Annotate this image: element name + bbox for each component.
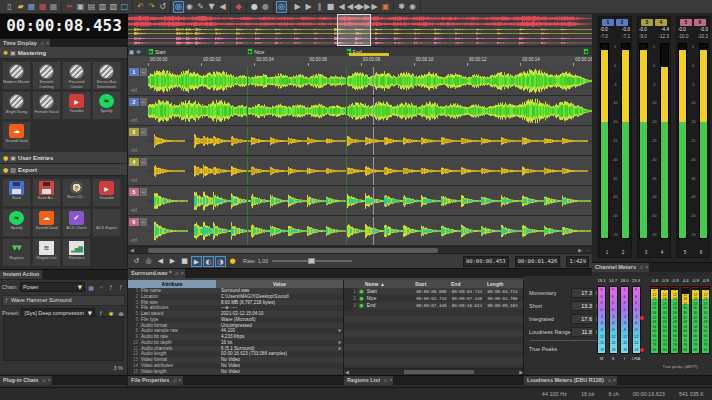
column-length[interactable]: Length — [487, 280, 523, 288]
export-burn-cd[interactable]: ●Burn CD... — [62, 178, 91, 207]
close-icon[interactable]: × — [178, 376, 183, 385]
close-icon[interactable]: × — [180, 269, 185, 278]
next-marker-icon[interactable]: ▶ — [167, 256, 178, 267]
tab-instant-action[interactable]: Instant Action — [0, 270, 42, 279]
monitor-icon[interactable]: ◎ — [276, 1, 287, 13]
save-icon[interactable]: ▦ — [26, 2, 37, 12]
region-row[interactable]: 1●Start00:00:00.00000:00:03.73300:00:03.… — [344, 288, 523, 295]
redo-icon[interactable]: ↷ — [146, 2, 157, 12]
fx-icon[interactable]: ƒ — [107, 284, 115, 290]
save-chain-icon[interactable]: ▦ — [87, 284, 95, 291]
preset-soundcloud[interactable]: ☁SoundCloud — [2, 121, 31, 150]
record-icon[interactable]: ● — [249, 2, 260, 12]
export-region-list[interactable]: ≡Region List — [32, 238, 61, 267]
stop-icon[interactable]: ■ — [179, 256, 190, 267]
marker-end-of-file[interactable]: ◀ — [583, 48, 589, 55]
mute-icon[interactable]: – — [140, 68, 147, 76]
marker-flag-icon[interactable]: ◀ — [583, 48, 589, 55]
tab-regions-list[interactable]: Regions List — [344, 376, 383, 385]
pencil-icon[interactable]: ✎ — [195, 2, 206, 12]
rewind-icon[interactable]: ◀◀ — [347, 2, 358, 12]
export-youtube[interactable]: ▶Youtube — [92, 178, 121, 207]
play-selection-icon[interactable]: ▶ — [303, 2, 314, 12]
preset-modern-master[interactable]: Modern Master — [2, 61, 31, 90]
zoom-tool-icon[interactable]: ◎ — [173, 1, 184, 13]
preset-smooth-limiting[interactable]: Smooth Limiting — [32, 61, 61, 90]
delete-chain-icon[interactable]: × — [97, 284, 105, 290]
new-file-icon[interactable]: ▯ — [4, 2, 15, 12]
go-start-icon[interactable]: ◀ — [336, 2, 347, 12]
loop-playback-icon[interactable]: ↺ — [131, 256, 142, 267]
jog-icon[interactable]: ◐ — [203, 256, 214, 267]
loop-red-icon[interactable]: ▣ — [380, 2, 391, 12]
tab-plugin-chain[interactable]: Plug-in Chain — [0, 376, 41, 385]
waveform-canvas[interactable] — [148, 217, 592, 245]
channel-badge[interactable]: 6 — [129, 218, 139, 226]
export-soundcloud[interactable]: ☁SoundCloud — [32, 208, 61, 237]
close-icon[interactable]: × — [612, 376, 617, 385]
close-icon[interactable]: × — [644, 263, 649, 272]
region-row[interactable]: 3●End00:00:07.44000:00:16.62300:00:09.18… — [344, 302, 523, 309]
preset-stereo-bus-dimension[interactable]: Stereo Bus Dimension — [92, 61, 121, 90]
preset-female-vocal[interactable]: Female Vocal — [32, 91, 61, 120]
waveform-canvas[interactable] — [148, 127, 592, 155]
shuttle-icon[interactable]: ◑ — [215, 256, 226, 267]
fx-add-icon[interactable]: ƒ — [117, 284, 125, 290]
paste-icon[interactable]: ▤ — [86, 2, 97, 12]
column-attribute[interactable]: Attribute — [128, 280, 216, 288]
save-as-icon[interactable]: ▦ — [37, 2, 48, 12]
mastering-section-header[interactable]: ✱ ▣ Mastering — [0, 47, 127, 59]
play-icon[interactable]: ▶ — [191, 256, 202, 267]
export-save[interactable]: Save — [2, 178, 31, 207]
user-entries-section-header[interactable]: ● ▣ User Entries — [0, 152, 127, 164]
open-folder-icon[interactable]: ▰ — [15, 2, 26, 12]
tab-loudness-meters[interactable]: Loudness Meters (EBU R128) — [524, 376, 607, 385]
waveform-canvas[interactable] — [148, 187, 592, 215]
export-statistics[interactable]: ▂▅▇Statistics — [62, 238, 91, 267]
mute-icon[interactable]: – — [140, 158, 147, 166]
cut-icon[interactable]: ✂ — [64, 2, 75, 12]
paste-special-icon[interactable]: ▥ — [97, 2, 108, 12]
preset-spotify[interactable]: ≈Spotify — [92, 91, 121, 120]
waveform-canvas[interactable] — [148, 97, 592, 125]
magnify-icon[interactable]: ◉ — [184, 2, 195, 12]
mute-icon[interactable]: – — [140, 188, 147, 196]
save-all-icon[interactable]: ▦ — [48, 2, 59, 12]
preset-focused-center[interactable]: Focused Center — [62, 61, 91, 90]
marker-tool-icon[interactable]: ▼ — [206, 2, 217, 12]
channel-badge[interactable]: 5 — [129, 188, 139, 196]
column-name[interactable]: Name ▲ — [365, 280, 415, 288]
play-icon[interactable]: ▶ — [292, 2, 303, 12]
column-end[interactable]: End — [451, 280, 487, 288]
region-row[interactable]: 2●Nice00:00:03.73300:00:07.44000:00:03.7… — [344, 295, 523, 302]
tab-file-properties[interactable]: File Properties — [128, 376, 172, 385]
mute-icon[interactable]: – — [140, 128, 147, 136]
export-acx-export[interactable]: ACX Export — [92, 208, 121, 237]
column-value[interactable]: Value — [216, 280, 343, 288]
mute-icon[interactable]: – — [140, 98, 147, 106]
copy-icon[interactable]: ▣ — [75, 2, 86, 12]
tab-channel-meters[interactable]: Channel Meters — [592, 263, 639, 272]
mute-icon[interactable]: – — [140, 218, 147, 226]
audition-icon[interactable]: ◀ — [217, 2, 228, 12]
prev-marker-icon[interactable]: ◀ — [155, 256, 166, 267]
column-start[interactable]: Start — [415, 280, 451, 288]
duplicate-icon[interactable]: ▧ — [108, 2, 119, 12]
rate-slider[interactable] — [272, 260, 352, 262]
export-save-as[interactable]: Save As... — [32, 178, 61, 207]
marker-flag-icon[interactable]: ▶ — [148, 48, 154, 55]
zoom-ratio-field[interactable]: 1:429 — [566, 256, 589, 267]
preset-bright-song[interactable]: Bright Song — [2, 91, 31, 120]
table-row[interactable]: 15Video lengthNo Video — [128, 369, 343, 375]
forward-icon[interactable]: ▶▶ — [358, 2, 369, 12]
export-acx-check[interactable]: ✔ACX Check — [62, 208, 91, 237]
export-section-header[interactable]: ● ▧ Export — [0, 164, 127, 176]
crop-icon[interactable]: □ — [119, 2, 130, 12]
marker-start[interactable]: ▶Start — [148, 48, 166, 55]
channel-badge[interactable]: 1 — [129, 68, 139, 76]
export-spotify[interactable]: ≈Spotify — [2, 208, 31, 237]
tab-surround-wav[interactable]: Surround.wav * — [128, 269, 174, 278]
close-icon[interactable]: × — [47, 376, 52, 385]
overview-waveform[interactable] — [128, 14, 592, 46]
channel-badge[interactable]: 4 — [129, 158, 139, 166]
